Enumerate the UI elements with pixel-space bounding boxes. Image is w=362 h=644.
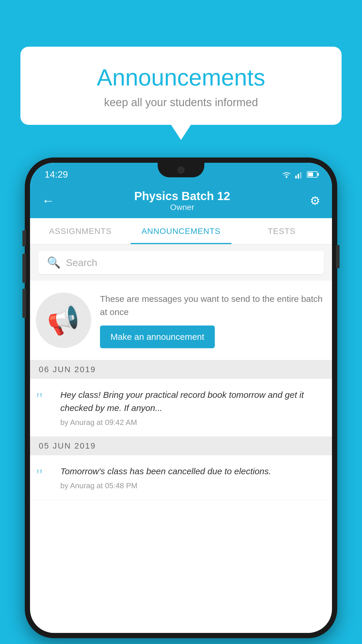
promo-icon-circle: 📢 bbox=[36, 293, 91, 348]
app-bar-center: Physics Batch 12 Owner bbox=[55, 190, 310, 212]
phone-screen: 14:29 bbox=[30, 163, 332, 633]
svg-rect-2 bbox=[298, 174, 299, 178]
announcement-message-1: Hey class! Bring your practical record b… bbox=[60, 388, 323, 414]
signal-icon bbox=[295, 170, 303, 178]
date-separator-1: 06 JUN 2019 bbox=[30, 360, 332, 379]
volume-down-button bbox=[22, 289, 26, 318]
tab-tests[interactable]: TESTS bbox=[231, 218, 332, 244]
volume-up-button bbox=[22, 254, 26, 283]
announcement-text-2: Tomorrow's class has been cancelled due … bbox=[60, 465, 323, 490]
quote-icon-1: " bbox=[36, 390, 53, 407]
phone-container: 14:29 bbox=[25, 158, 337, 638]
app-bar: ← Physics Batch 12 Owner ⚙ bbox=[30, 183, 332, 218]
phone-frame: 14:29 bbox=[25, 158, 337, 638]
phone-notch bbox=[158, 163, 204, 177]
svg-point-0 bbox=[286, 176, 287, 178]
announcement-text-1: Hey class! Bring your practical record b… bbox=[60, 388, 323, 427]
status-time: 14:29 bbox=[45, 169, 68, 180]
battery-icon bbox=[307, 171, 317, 178]
announcement-item-1: " Hey class! Bring your practical record… bbox=[30, 379, 332, 437]
megaphone-icon: 📢 bbox=[45, 302, 82, 338]
search-input-placeholder[interactable]: Search bbox=[66, 257, 97, 268]
svg-rect-3 bbox=[300, 172, 301, 178]
announcement-author-1: by Anurag at 09:42 AM bbox=[60, 418, 323, 427]
promo-text-area: These are messages you want to send to t… bbox=[100, 292, 323, 348]
tabs-container: ASSIGNMENTS ANNOUNCEMENTS TESTS bbox=[30, 218, 332, 244]
app-bar-subtitle: Owner bbox=[55, 203, 310, 212]
speech-bubble: Announcements keep all your students inf… bbox=[20, 47, 342, 125]
announcement-message-2: Tomorrow's class has been cancelled due … bbox=[60, 465, 323, 478]
bubble-subtitle: keep all your students informed bbox=[41, 96, 321, 109]
bubble-title: Announcements bbox=[41, 64, 321, 91]
settings-icon[interactable]: ⚙ bbox=[310, 194, 320, 207]
mute-button bbox=[22, 230, 26, 246]
scrollable-content: 🔍 Search 📢 These are messages you want t… bbox=[30, 244, 332, 633]
status-icons bbox=[281, 170, 317, 178]
announcement-item-2: " Tomorrow's class has been cancelled du… bbox=[30, 455, 332, 500]
front-camera bbox=[178, 167, 184, 174]
svg-rect-1 bbox=[295, 176, 297, 178]
date-separator-2: 05 JUN 2019 bbox=[30, 437, 332, 455]
speech-bubble-section: Announcements keep all your students inf… bbox=[20, 47, 342, 125]
promo-description: These are messages you want to send to t… bbox=[100, 292, 323, 318]
tab-announcements[interactable]: ANNOUNCEMENTS bbox=[131, 218, 231, 244]
wifi-icon bbox=[281, 170, 292, 178]
make-announcement-button[interactable]: Make an announcement bbox=[100, 326, 215, 348]
search-bar[interactable]: 🔍 Search bbox=[38, 251, 324, 274]
search-container: 🔍 Search bbox=[30, 244, 332, 281]
search-icon: 🔍 bbox=[47, 256, 61, 269]
quote-icon-2: " bbox=[36, 466, 53, 484]
announcement-author-2: by Anurag at 05:48 PM bbox=[60, 481, 323, 490]
announcement-promo: 📢 These are messages you want to send to… bbox=[30, 281, 332, 360]
app-bar-title: Physics Batch 12 bbox=[55, 190, 310, 203]
back-button[interactable]: ← bbox=[42, 193, 55, 208]
power-button bbox=[336, 245, 340, 268]
tab-assignments[interactable]: ASSIGNMENTS bbox=[30, 218, 131, 244]
